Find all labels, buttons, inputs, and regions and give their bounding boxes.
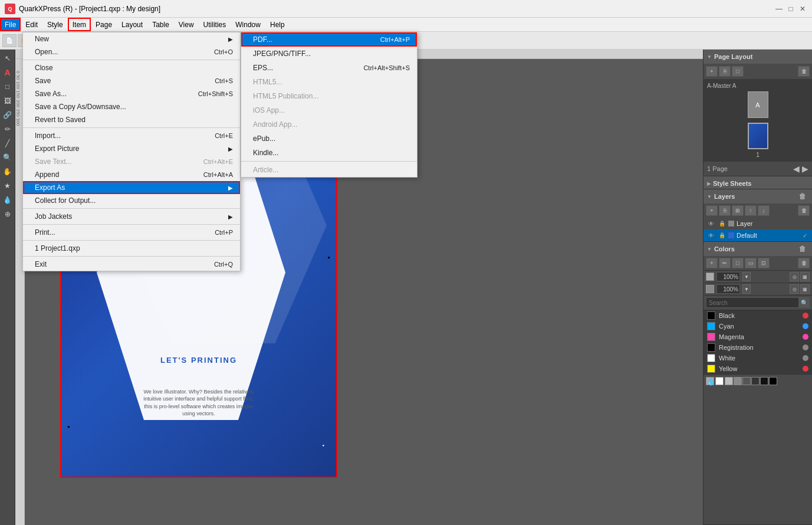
menu-window[interactable]: Window <box>231 18 265 31</box>
page-prev[interactable]: ◀ <box>793 164 800 173</box>
layer-row-default[interactable]: 👁 🔒 Default ✓ <box>703 229 812 241</box>
tool-pen[interactable]: ✏ <box>1 123 14 136</box>
tool-star[interactable]: ★ <box>1 179 14 192</box>
qs-3[interactable] <box>742 377 751 385</box>
fm-import[interactable]: Import... Ctrl+E <box>23 129 240 142</box>
menu-style[interactable]: Style <box>42 18 68 31</box>
stroke-opacity-dropdown[interactable]: ▼ <box>742 284 751 294</box>
layer-move-down[interactable]: ↓ <box>758 205 770 216</box>
color-item-cyan[interactable]: Cyan <box>703 321 812 332</box>
colors-search-button[interactable]: 🔍 <box>799 297 810 308</box>
dropper-icon[interactable]: 💧 <box>706 377 714 385</box>
fm-collect[interactable]: Collect for Output... <box>23 194 240 207</box>
color-stroke[interactable]: ▭ <box>745 258 757 268</box>
fm-saveas[interactable]: Save As... Ctrl+Shift+S <box>23 87 240 100</box>
tool-text[interactable]: A <box>1 66 14 79</box>
stroke-opacity-input[interactable] <box>716 284 740 294</box>
layer-merge[interactable]: ⊞ <box>732 205 744 216</box>
stroke-color-box[interactable] <box>706 285 714 293</box>
page-1-thumb[interactable] <box>748 123 768 149</box>
qs-6[interactable] <box>769 377 777 385</box>
tool-zoom[interactable]: 🔍 <box>1 151 14 164</box>
menu-help[interactable]: Help <box>265 18 290 31</box>
tool-pan[interactable]: ✋ <box>1 165 14 178</box>
color-bg[interactable]: ⊡ <box>758 258 770 268</box>
fill-color-box[interactable] <box>706 273 714 281</box>
tb-new[interactable]: 📄 <box>2 34 17 47</box>
color-delete[interactable]: 🗑 <box>798 258 810 268</box>
menu-view[interactable]: View <box>174 18 199 31</box>
fill-opacity-dropdown[interactable]: ▼ <box>742 272 751 281</box>
qs-2[interactable] <box>734 377 742 385</box>
menu-table[interactable]: Table <box>147 18 174 31</box>
sm-jpeg[interactable]: JPEG/PNG/TIFF... <box>241 47 417 61</box>
white-quick-swatch[interactable] <box>715 377 724 385</box>
menu-edit[interactable]: Edit <box>21 18 42 31</box>
layer-move-up[interactable]: ↑ <box>745 205 757 216</box>
fm-revert[interactable]: Revert to Saved <box>23 113 240 126</box>
pl-dupe[interactable]: ⎘ <box>719 66 731 77</box>
master-page-thumb[interactable]: A <box>748 91 768 118</box>
fm-new[interactable]: New ▶ <box>23 32 240 45</box>
color-edit[interactable]: ✏ <box>719 258 731 268</box>
minimize-button[interactable]: — <box>774 4 784 14</box>
color-item-black[interactable]: Black <box>703 310 812 321</box>
menu-item[interactable]: Item <box>68 18 91 31</box>
qs-4[interactable] <box>751 377 760 385</box>
menu-file[interactable]: File <box>0 18 21 31</box>
color-item-registration[interactable]: Registration <box>703 342 812 353</box>
layer-add[interactable]: + <box>706 205 718 216</box>
blend-icon-4[interactable]: ▦ <box>800 284 810 294</box>
qs-1[interactable] <box>725 377 733 385</box>
pl-delete[interactable]: 🗑 <box>798 66 810 77</box>
maximize-button[interactable]: □ <box>786 4 795 14</box>
fm-save[interactable]: Save Ctrl+S <box>23 74 240 87</box>
tool-select[interactable]: ↖ <box>1 52 14 65</box>
fm-exportpic[interactable]: Export Picture ▶ <box>23 142 240 155</box>
fm-close[interactable]: Close <box>23 61 240 74</box>
style-sheets-header[interactable]: ▶ Style Sheets <box>703 176 812 189</box>
sm-pdf[interactable]: PDF... Ctrl+Alt+P <box>241 32 417 47</box>
color-fill[interactable]: □ <box>732 258 744 268</box>
tool-image[interactable]: 🖼 <box>1 94 14 107</box>
fill-opacity-input[interactable] <box>716 272 740 281</box>
blend-icon-2[interactable]: ▦ <box>800 272 810 281</box>
page-next[interactable]: ▶ <box>802 164 808 173</box>
page-layout-header[interactable]: ▼ Page Layout <box>703 50 812 64</box>
fm-exportas[interactable]: Export As ▶ <box>23 181 240 194</box>
fm-print[interactable]: Print... Ctrl+P <box>23 226 240 239</box>
layer-dupe[interactable]: ⎘ <box>719 205 731 216</box>
color-item-white[interactable]: White <box>703 353 812 363</box>
layers-delete[interactable]: 🗑 <box>797 191 808 202</box>
fm-exit[interactable]: Exit Ctrl+Q <box>23 258 240 271</box>
tool-eyedropper[interactable]: 💧 <box>1 193 14 206</box>
fm-jobjackets[interactable]: Job Jackets ▶ <box>23 210 240 223</box>
pl-add[interactable]: + <box>706 66 718 77</box>
tool-rectangle[interactable]: □ <box>1 80 14 93</box>
pl-blank[interactable]: □ <box>732 66 744 77</box>
sm-epub[interactable]: ePub... <box>241 132 417 146</box>
close-button[interactable]: ✕ <box>798 4 807 14</box>
colors-delete[interactable]: 🗑 <box>797 244 808 254</box>
menu-page[interactable]: Page <box>91 18 117 31</box>
fm-recent[interactable]: 1 Project1.qxp <box>23 242 240 255</box>
blend-icon-1[interactable]: ◎ <box>790 272 799 281</box>
color-item-magenta[interactable]: Magenta <box>703 332 812 342</box>
layer-row-layer[interactable]: 👁 🔒 Layer <box>703 218 812 229</box>
colors-search-input[interactable] <box>706 297 799 308</box>
menu-utilities[interactable]: Utilities <box>199 18 231 31</box>
fm-savecopy[interactable]: Save a Copy As/Downsave... <box>23 100 240 113</box>
tool-magnify[interactable]: ⊕ <box>1 208 14 221</box>
layer-delete[interactable]: 🗑 <box>798 205 810 216</box>
colors-header[interactable]: ▼ Colors 🗑 <box>703 242 812 256</box>
title-bar-controls[interactable]: — □ ✕ <box>774 4 807 14</box>
color-item-yellow[interactable]: Yellow <box>703 363 812 374</box>
tool-link[interactable]: 🔗 <box>1 109 14 122</box>
sm-eps[interactable]: EPS... Ctrl+Alt+Shift+S <box>241 61 417 75</box>
sm-kindle[interactable]: Kindle... <box>241 146 417 160</box>
fm-append[interactable]: Append Ctrl+Alt+A <box>23 168 240 181</box>
color-add[interactable]: + <box>706 258 718 268</box>
menu-layout[interactable]: Layout <box>117 18 147 31</box>
tool-line[interactable]: ╱ <box>1 137 14 150</box>
layers-header[interactable]: ▼ Layers 🗑 <box>703 189 812 204</box>
